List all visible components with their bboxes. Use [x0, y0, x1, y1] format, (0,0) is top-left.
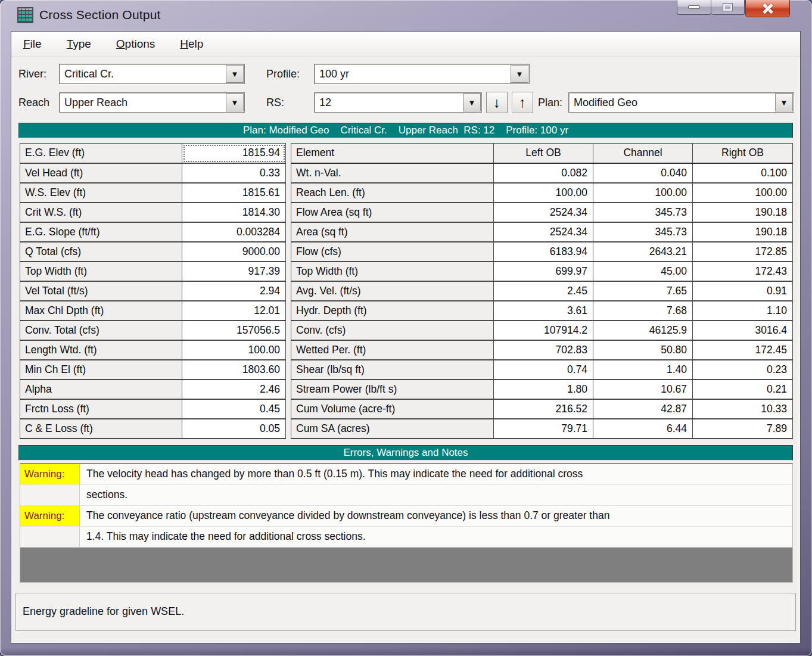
minimize-button[interactable] — [677, 0, 711, 15]
column-header: Left OB — [494, 144, 593, 163]
table-row: Max Chl Dpth (ft)12.01 — [20, 301, 286, 321]
menu-options[interactable]: Options — [113, 36, 158, 52]
table-row: Alpha2.46 — [20, 380, 286, 399]
maximize-icon — [723, 4, 732, 11]
reach-dropdown[interactable]: Upper Reach ▼ — [59, 92, 245, 113]
table-row: Crit W.S. (ft)1814.30 — [20, 203, 286, 222]
reach-label: Reach — [17, 97, 59, 109]
element-table: Element Left OB Channel Right OB Wt. n-V… — [291, 143, 793, 439]
menu-file[interactable]: File — [20, 36, 45, 52]
table-row: Avg. Vel. (ft/s)2.457.650.91 — [291, 281, 793, 301]
app-grid-icon — [17, 7, 33, 23]
profile-label: Profile: — [266, 68, 314, 80]
table-row: Conv. (cfs)107914.246125.93016.4 — [291, 321, 793, 340]
list-item: Warning: The velocity head has changed b… — [20, 464, 792, 485]
menu-type[interactable]: Type — [63, 36, 95, 52]
table-row: Q Total (cfs)9000.00 — [20, 242, 286, 262]
close-icon — [763, 3, 773, 14]
table-row: Flow (cfs)6183.942643.21172.85 — [291, 242, 793, 262]
plan-dropdown[interactable]: Modified Geo ▼ — [568, 92, 794, 113]
profile-value: 100 yr — [319, 68, 349, 80]
next-rs-button[interactable]: ↑ — [512, 92, 533, 113]
table-row: E.G. Slope (ft/ft)0.003284 — [20, 222, 286, 242]
output-tables: E.G. Elev (ft)1815.94 Vel Head (ft)0.33 … — [20, 143, 793, 439]
warnings-panel: Warning: The velocity head has changed b… — [20, 463, 793, 583]
table-row: Area (sq ft)2524.34345.73190.18 — [291, 222, 793, 242]
minimize-icon — [688, 5, 700, 9]
table-row: Flow Area (sq ft)2524.34345.73190.18 — [291, 203, 793, 222]
client-area: File Type Options Help River: Critical C… — [11, 31, 801, 643]
chevron-down-icon[interactable]: ▼ — [511, 65, 528, 83]
profile-dropdown[interactable]: 100 yr ▼ — [314, 64, 530, 84]
empty-rows-area — [20, 548, 792, 582]
table-row: Stream Power (lb/ft s)1.8010.670.21 — [291, 380, 793, 399]
chevron-down-icon[interactable]: ▼ — [226, 94, 244, 111]
rs-value: 12 — [319, 97, 331, 109]
table-row: Vel Total (ft/s)2.94 — [20, 281, 286, 301]
errors-warnings-header: Errors, Warnings and Notes — [18, 445, 793, 461]
warning-badge: Warning: — [20, 464, 80, 484]
maximize-button[interactable] — [711, 0, 745, 15]
window-controls — [677, 0, 790, 17]
window-title: Cross Section Output — [39, 8, 161, 22]
table-row: Frctn Loss (ft)0.45 — [20, 399, 286, 419]
table-row: Reach Len. (ft)100.00100.00100.00 — [291, 183, 793, 203]
reach-value: Upper Reach — [64, 97, 127, 109]
warning-badge-empty — [20, 485, 80, 505]
selector-row-1: River: Critical Cr. ▼ Profile: 100 yr ▼ — [17, 62, 794, 86]
chevron-down-icon[interactable]: ▼ — [463, 94, 481, 111]
table-row: Cum Volume (acre-ft)216.5242.8710.33 — [291, 399, 793, 419]
table-row: Cum SA (acres)79.716.447.89 — [291, 419, 793, 439]
table-row: Top Width (ft)917.39 — [20, 262, 286, 281]
table-row: Min Ch El (ft)1803.60 — [20, 360, 286, 380]
cross-section-output-window: Cross Section Output File Type Options H… — [0, 0, 812, 656]
warning-badge-empty — [20, 527, 80, 547]
menu-bar: File Type Options Help — [11, 32, 800, 57]
selector-panel: River: Critical Cr. ▼ Profile: 100 yr ▼ … — [11, 57, 800, 122]
titlebar[interactable]: Cross Section Output — [0, 0, 812, 31]
column-header: Element — [291, 144, 494, 163]
plan-value: Modified Geo — [574, 97, 637, 109]
chevron-down-icon[interactable]: ▼ — [775, 94, 793, 111]
previous-rs-button[interactable]: ↓ — [486, 92, 508, 113]
status-text: Energy gradeline for given WSEL. — [23, 605, 184, 618]
table-row: Conv. Total (cfs)157056.5 — [20, 321, 286, 340]
selector-row-2: Reach Upper Reach ▼ RS: 12 ▼ ↓ ↑ Plan: M… — [17, 91, 794, 114]
close-button[interactable] — [745, 0, 790, 17]
list-item: Warning: The conveyance ratio (upstream … — [20, 506, 792, 527]
status-bar: Energy gradeline for given WSEL. — [15, 593, 796, 631]
rs-label: RS: — [266, 97, 314, 109]
table-row: E.G. Elev (ft)1815.94 — [20, 144, 286, 163]
arrow-up-icon: ↑ — [519, 94, 526, 111]
table-row: Hydr. Depth (ft)3.617.681.10 — [291, 301, 793, 321]
table-row: Wetted Per. (ft)702.8350.80172.45 — [291, 340, 793, 360]
river-dropdown[interactable]: Critical Cr. ▼ — [59, 64, 245, 84]
table-row: Length Wtd. (ft)100.00 — [20, 340, 286, 360]
arrow-down-icon: ↓ — [493, 94, 500, 111]
table-row: Top Width (ft)699.9745.00172.43 — [291, 262, 793, 281]
warning-badge: Warning: — [20, 506, 80, 526]
plan-header-bar: Plan: Modified Geo Critical Cr. Upper Re… — [18, 123, 793, 138]
table-header-row: Element Left OB Channel Right OB — [291, 144, 793, 163]
list-item: 1.4. This may indicate the need for addi… — [20, 527, 792, 548]
focused-cell[interactable]: 1815.94 — [182, 144, 286, 163]
table-row: Shear (lb/sq ft)0.741.400.23 — [291, 360, 793, 380]
plan-label: Plan: — [538, 97, 562, 109]
chevron-down-icon[interactable]: ▼ — [226, 65, 244, 83]
column-header: Channel — [593, 144, 693, 163]
list-item: sections. — [20, 485, 792, 506]
summary-table: E.G. Elev (ft)1815.94 Vel Head (ft)0.33 … — [20, 143, 286, 439]
rs-dropdown[interactable]: 12 ▼ — [314, 92, 482, 113]
river-label: River: — [17, 68, 59, 80]
river-value: Critical Cr. — [64, 68, 114, 80]
table-row: W.S. Elev (ft)1815.61 — [20, 183, 286, 203]
table-row: C & E Loss (ft)0.05 — [20, 419, 286, 439]
column-header: Right OB — [693, 144, 793, 163]
menu-help[interactable]: Help — [176, 36, 207, 52]
table-row: Wt. n-Val.0.0820.0400.100 — [291, 163, 793, 183]
table-row: Vel Head (ft)0.33 — [20, 163, 286, 183]
